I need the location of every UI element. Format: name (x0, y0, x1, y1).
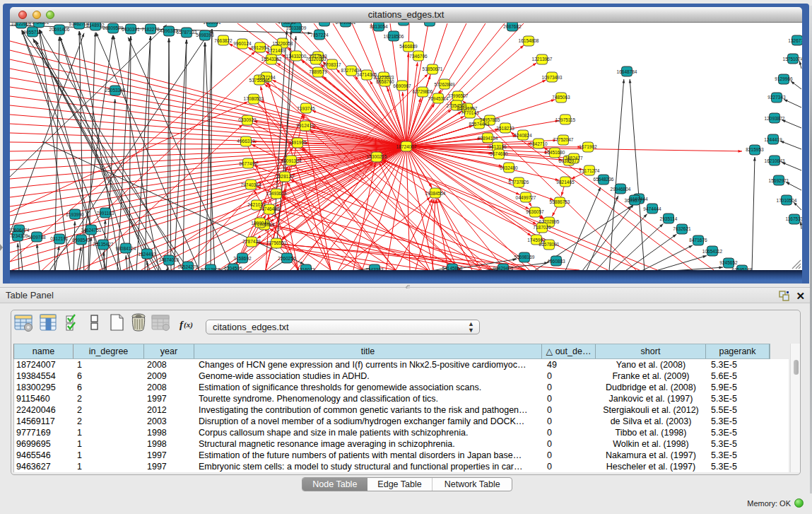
svg-text:15692971: 15692971 (769, 178, 789, 183)
svg-text:1167533: 1167533 (786, 216, 802, 221)
svg-text:01429401: 01429401 (493, 266, 514, 270)
svg-text:7991183: 7991183 (97, 211, 114, 216)
svg-text:8813054: 8813054 (370, 24, 388, 29)
svg-text:86578091: 86578091 (539, 242, 560, 247)
svg-text:65648236: 65648236 (594, 177, 614, 182)
svg-text:1491905: 1491905 (288, 140, 307, 145)
svg-text:7632621: 7632621 (673, 226, 691, 231)
svg-text:1244419: 1244419 (764, 137, 782, 142)
svg-text:9912419: 9912419 (296, 123, 314, 128)
svg-text:79740344: 79740344 (241, 182, 261, 187)
svg-text:9227343: 9227343 (767, 95, 786, 100)
svg-text:9821465: 9821465 (556, 180, 575, 185)
svg-text:7485063: 7485063 (552, 95, 570, 100)
svg-text:19218506: 19218506 (384, 34, 404, 39)
svg-text:76945314: 76945314 (428, 96, 449, 101)
svg-text:34874016: 34874016 (159, 257, 180, 262)
svg-text:04499727: 04499727 (516, 195, 536, 200)
svg-text:1326773: 1326773 (788, 38, 802, 43)
svg-text:6690967: 6690967 (393, 83, 411, 88)
svg-text:2787429: 2787429 (242, 239, 261, 244)
svg-text:13433200: 13433200 (286, 54, 307, 59)
svg-text:7889579: 7889579 (309, 69, 327, 74)
svg-text:12213967: 12213967 (532, 57, 553, 62)
svg-text:85574443: 85574443 (469, 122, 490, 127)
svg-text:73178108: 73178108 (420, 23, 440, 23)
svg-text:15300215: 15300215 (367, 154, 387, 159)
svg-text:2260256: 2260256 (278, 256, 296, 261)
svg-text:80112805: 80112805 (201, 267, 221, 270)
svg-text:69784801: 69784801 (29, 23, 49, 25)
svg-text:55698169: 55698169 (514, 255, 535, 259)
svg-text:36995777: 36995777 (625, 198, 645, 203)
svg-text:4060883: 4060883 (547, 259, 565, 264)
svg-text:55886753: 55886753 (550, 199, 570, 204)
svg-text:8148932: 8148932 (86, 23, 105, 28)
svg-text:1031051: 1031051 (203, 23, 221, 25)
svg-text:4738299: 4738299 (278, 23, 296, 25)
svg-text:6193990: 6193990 (66, 212, 84, 217)
svg-text:37996507: 37996507 (448, 93, 469, 98)
svg-text:15451680: 15451680 (545, 150, 565, 155)
svg-text:10654112: 10654112 (702, 249, 723, 254)
svg-text:57262849: 57262849 (435, 82, 455, 87)
svg-text:62702895: 62702895 (539, 219, 560, 224)
svg-text:7857224: 7857224 (310, 33, 329, 37)
svg-text:16210643: 16210643 (765, 158, 785, 163)
svg-text:20691406: 20691406 (49, 27, 70, 32)
svg-text:12093872: 12093872 (765, 116, 785, 121)
svg-text:28809570: 28809570 (103, 25, 124, 30)
svg-text:8215953: 8215953 (746, 147, 764, 152)
svg-text:61595148: 61595148 (732, 267, 753, 270)
svg-text:1824493: 1824493 (138, 252, 156, 257)
svg-text:19384554: 19384554 (425, 191, 446, 196)
svg-text:15751074: 15751074 (783, 57, 802, 62)
svg-text:16154808: 16154808 (519, 38, 539, 43)
svg-text:65787133: 65787133 (177, 30, 197, 35)
svg-text:2087682: 2087682 (503, 24, 522, 29)
svg-text:0812191: 0812191 (50, 236, 69, 241)
svg-text:4966319: 4966319 (237, 139, 255, 144)
svg-text:5430391: 5430391 (122, 27, 140, 32)
svg-text:0932480: 0932480 (500, 165, 518, 170)
svg-text:9245652: 9245652 (719, 260, 738, 265)
svg-text:15226058: 15226058 (273, 41, 293, 46)
svg-text:62729806: 62729806 (413, 89, 433, 94)
svg-text:29946804: 29946804 (611, 187, 631, 192)
svg-text:25053346: 25053346 (105, 88, 126, 93)
svg-text:1399049: 1399049 (251, 221, 269, 226)
svg-text:9474444: 9474444 (643, 206, 661, 211)
svg-text:02606474: 02606474 (10, 228, 30, 233)
svg-text:7182278: 7182278 (141, 27, 160, 32)
svg-text:9129966: 9129966 (775, 76, 793, 81)
svg-text:6998543: 6998543 (72, 238, 90, 243)
svg-text:7346706: 7346706 (409, 54, 428, 59)
svg-text:7770143: 7770143 (461, 110, 479, 115)
svg-text:7663822: 7663822 (214, 38, 233, 43)
svg-text:16543362: 16543362 (261, 57, 282, 62)
svg-text:7187026: 7187026 (533, 225, 551, 230)
svg-text:3387262: 3387262 (394, 23, 413, 23)
svg-text:1671902: 1671902 (579, 144, 597, 149)
svg-text:2935114: 2935114 (660, 216, 678, 221)
svg-text:13171274: 13171274 (579, 168, 600, 173)
svg-text:0330923: 0330923 (238, 117, 257, 122)
svg-text:6204505: 6204505 (224, 266, 242, 270)
svg-text:51850671: 51850671 (423, 66, 443, 71)
svg-text:12975115: 12975115 (555, 117, 576, 122)
svg-text:4896383: 4896383 (160, 28, 178, 33)
svg-text:10973493: 10973493 (542, 75, 563, 80)
svg-text:3158692: 3158692 (233, 256, 252, 261)
svg-text:8912954: 8912954 (251, 45, 269, 50)
svg-text:99091334: 99091334 (281, 158, 302, 163)
svg-text:7543303: 7543303 (365, 267, 384, 270)
svg-text:7193745: 7193745 (297, 106, 315, 111)
svg-text:71746488: 71746488 (259, 206, 280, 211)
svg-text:77752047: 77752047 (553, 137, 574, 142)
svg-text:16648784: 16648784 (617, 69, 637, 74)
svg-text:6658760: 6658760 (376, 79, 394, 84)
svg-text:18724007: 18724007 (396, 144, 417, 149)
svg-text:8708317: 8708317 (323, 62, 341, 67)
svg-text:53755646: 53755646 (249, 78, 270, 83)
svg-text:5098393: 5098393 (196, 33, 214, 37)
